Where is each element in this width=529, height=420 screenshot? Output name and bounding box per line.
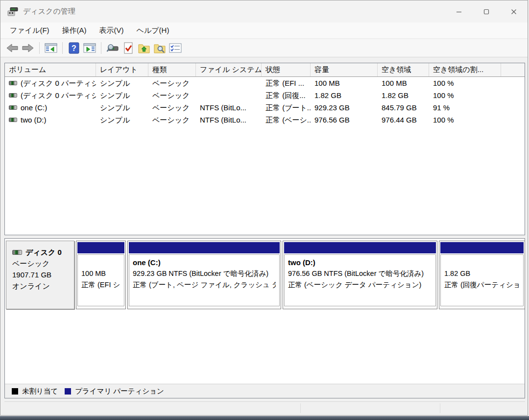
legend-primary-partition: プライマリ パーティション xyxy=(75,387,164,396)
volume-free-percent: 100 % xyxy=(429,114,501,126)
help-icon: ? xyxy=(69,42,79,54)
volume-capacity: 929.23 GB xyxy=(311,101,378,114)
partition-color-bar xyxy=(284,242,436,253)
partition-color-bar xyxy=(440,242,524,253)
primary-partition-swatch-icon xyxy=(65,388,71,395)
volume-capacity: 100 MB xyxy=(311,77,378,89)
menu-view[interactable]: 表示(V) xyxy=(93,24,130,37)
forward-button[interactable] xyxy=(21,41,35,55)
column-header-free-space[interactable]: 空き領域 xyxy=(378,63,429,76)
partition-efi[interactable]: 100 MB 正常 (EFI システム パーティション) xyxy=(76,241,126,309)
partition-info: 1.82 GB 正常 (回復パーティション) xyxy=(440,254,524,306)
legend-unallocated: 未割り当て xyxy=(22,387,58,396)
volume-capacity: 1.82 GB xyxy=(311,89,378,101)
folder-up-button[interactable] xyxy=(137,41,151,55)
volume-status: 正常 (ベーシ... xyxy=(262,114,311,126)
close-icon xyxy=(511,9,517,15)
volume-name: one (C:) xyxy=(21,101,47,114)
close-button[interactable] xyxy=(500,0,528,23)
partition-status: 正常 (EFI システム パーティション) xyxy=(81,279,120,291)
volume-type: ベーシック xyxy=(148,77,196,89)
volume-row-one-c[interactable]: one (C:) シンプル ベーシック NTFS (BitLo... 正常 (ブ… xyxy=(5,101,525,114)
volume-row-efi[interactable]: (ディスク 0 パーティショ... シンプル ベーシック 正常 (EFI ...… xyxy=(5,77,525,89)
volume-free: 1.82 GB xyxy=(378,89,429,101)
action-pane-icon xyxy=(83,43,96,53)
partition-status: 正常 (ベーシック データ パーティション) xyxy=(288,279,432,291)
partition-size: 1.82 GB xyxy=(444,268,520,279)
toolbar-separator xyxy=(62,42,63,54)
disk-management-app-icon xyxy=(7,7,18,17)
volume-icon xyxy=(9,81,17,85)
rescan-disks-button[interactable] xyxy=(105,41,120,55)
back-button[interactable] xyxy=(5,41,20,55)
task-check-button[interactable] xyxy=(121,41,136,55)
minimize-button[interactable] xyxy=(445,0,473,23)
volume-filesystem: NTFS (BitLo... xyxy=(196,114,262,126)
volume-layout: シンプル xyxy=(96,114,148,126)
partition-one-c[interactable]: one (C:) 929.23 GB NTFS (BitLocker で暗号化済… xyxy=(127,241,281,309)
volume-type: ベーシック xyxy=(148,101,196,114)
volume-filesystem xyxy=(196,89,262,101)
partition-title xyxy=(81,257,120,268)
disk0-label: ディスク 0 xyxy=(25,248,62,257)
volume-name: two (D:) xyxy=(21,114,47,126)
minimize-icon xyxy=(456,9,462,15)
partition-title xyxy=(444,257,520,268)
show-action-pane-button[interactable] xyxy=(82,41,97,55)
folder-search-button[interactable] xyxy=(152,41,167,55)
partition-status: 正常 (ブート, ページ ファイル, クラッシュ ダンプ, プライマリ パーティ… xyxy=(133,279,276,291)
help-button[interactable]: ? xyxy=(67,41,81,55)
partition-recovery[interactable]: 1.82 GB 正常 (回復パーティション) xyxy=(439,241,525,309)
menu-file[interactable]: ファイル(F) xyxy=(3,24,56,37)
partition-color-bar xyxy=(77,242,124,253)
show-console-tree-button[interactable] xyxy=(44,41,58,55)
properties-button[interactable] xyxy=(168,41,183,55)
column-header-free-percent[interactable]: 空き領域の割... xyxy=(429,63,501,76)
column-header-volume[interactable]: ボリューム xyxy=(5,63,96,76)
disk0-panel[interactable]: ディスク 0 ベーシック 1907.71 GB オンライン xyxy=(6,241,74,309)
console-tree-icon xyxy=(45,43,57,53)
volume-free: 976.44 GB xyxy=(378,114,429,126)
volume-icon xyxy=(9,118,17,122)
column-header-type[interactable]: 種類 xyxy=(148,63,196,76)
column-header-status[interactable]: 状態 xyxy=(262,63,311,76)
folder-search-icon xyxy=(153,42,166,54)
window-title: ディスクの管理 xyxy=(23,7,75,16)
toolbar-separator xyxy=(101,42,101,54)
volume-layout: シンプル xyxy=(96,77,148,89)
partition-two-d[interactable]: two (D:) 976.56 GB NTFS (BitLocker で暗号化済… xyxy=(283,241,437,309)
column-header-filesystem[interactable]: ファイル システム xyxy=(196,63,262,76)
volume-free: 845.79 GB xyxy=(378,101,429,114)
menu-bar: ファイル(F) 操作(A) 表示(V) ヘルプ(H) xyxy=(0,23,528,39)
partition-size: 976.56 GB NTFS (BitLocker で暗号化済み) xyxy=(288,268,432,279)
volume-list-pane: ボリューム レイアウト 種類 ファイル システム 状態 容量 空き領域 空き領域… xyxy=(4,63,525,235)
column-header-empty xyxy=(501,63,525,76)
volume-free-percent: 91 % xyxy=(429,101,501,114)
volume-layout: シンプル xyxy=(96,101,148,114)
volume-type: ベーシック xyxy=(148,89,196,101)
partition-color-bar xyxy=(129,242,280,253)
forward-icon xyxy=(22,43,34,53)
partition-title: one (C:) xyxy=(133,257,276,268)
column-header-capacity[interactable]: 容量 xyxy=(311,63,378,76)
window-bottom-edge xyxy=(0,416,529,420)
volume-icon xyxy=(9,93,17,98)
partition-info: 100 MB 正常 (EFI システム パーティション) xyxy=(77,254,124,306)
menu-action[interactable]: 操作(A) xyxy=(56,24,93,37)
disk0-type: ベーシック xyxy=(12,258,69,269)
folder-up-icon xyxy=(138,42,150,54)
volume-row-two-d[interactable]: two (D:) シンプル ベーシック NTFS (BitLo... 正常 (ベ… xyxy=(5,114,525,126)
volume-filesystem xyxy=(196,77,262,89)
status-bar-divider xyxy=(300,403,301,413)
volume-free: 100 MB xyxy=(378,77,429,89)
volume-row-recovery[interactable]: (ディスク 0 パーティショ... シンプル ベーシック 正常 (回復... 1… xyxy=(5,89,525,101)
volume-free-percent: 100 % xyxy=(429,77,501,89)
svg-text:?: ? xyxy=(72,44,76,52)
column-header-layout[interactable]: レイアウト xyxy=(96,63,148,76)
partition-info: two (D:) 976.56 GB NTFS (BitLocker で暗号化済… xyxy=(284,254,436,306)
volume-status: 正常 (回復... xyxy=(262,89,311,101)
menu-help[interactable]: ヘルプ(H) xyxy=(130,24,176,37)
maximize-button[interactable] xyxy=(473,0,500,23)
task-check-icon xyxy=(122,42,134,54)
toolbar-separator xyxy=(39,42,40,54)
